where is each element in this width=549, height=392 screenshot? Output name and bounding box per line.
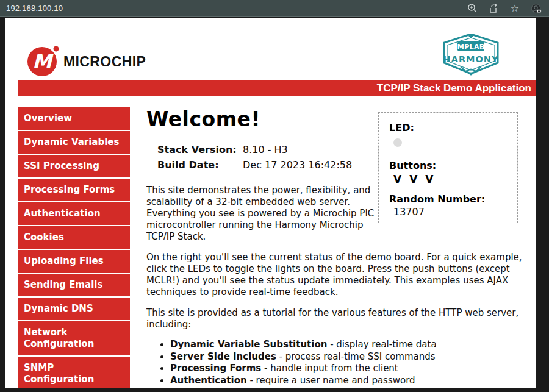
web-page: M MICROCHIP MPLAB HARMONY TCP/IP Stack D… — [5, 18, 536, 388]
sidebar-item-cookies[interactable]: Cookies — [18, 226, 130, 249]
profile-avatar-icon[interactable] — [531, 3, 542, 14]
svg-text:HARMONY: HARMONY — [443, 54, 499, 64]
banner-title: TCP/IP Stack Demo Application — [377, 82, 531, 94]
sidebar-item-dynamic-dns[interactable]: Dynamic DNS — [18, 298, 130, 320]
sidebar-item-authentication[interactable]: Authentication — [18, 202, 130, 225]
stack-info: Stack Version:8.10 - H3 Build Date:Dec 1… — [157, 142, 522, 173]
page-title: Welcome! — [146, 107, 522, 131]
sidebar-item-dynamic-variables[interactable]: Dynamic Variables — [18, 131, 130, 154]
sidebar-item-ssi-processing[interactable]: SSI Processing — [18, 155, 130, 177]
feature-term: Processing Forms — [170, 363, 261, 374]
list-item: Processing Forms - handle input from the… — [170, 363, 522, 375]
list-item: Authentication - require a user name and… — [170, 375, 522, 387]
feature-desc: - require a user name and password — [247, 375, 415, 386]
svg-text:M: M — [32, 50, 54, 73]
feature-desc: - process real-time SSI commands — [276, 351, 436, 362]
feature-term: Server Side Includes — [170, 351, 276, 362]
status-paragraph: On the right you'll see the current stat… — [146, 252, 522, 298]
sidebar-item-uploading-files[interactable]: Uploading Files — [18, 250, 130, 273]
list-item: Cookies - store session state informatio… — [170, 387, 522, 388]
stack-version-value: 8.10 - H3 — [243, 144, 288, 155]
titlebar-actions: ☆ — [467, 3, 549, 14]
share-icon[interactable] — [488, 3, 499, 14]
build-date-label: Build Date: — [157, 157, 243, 173]
sidebar-item-snmp-configuration[interactable]: SNMP Configuration — [18, 357, 130, 388]
feature-term: Dynamic Variable Substitution — [170, 339, 327, 350]
feature-desc: - display real-time data — [327, 339, 436, 350]
feature-term: Cookies — [170, 387, 210, 388]
tutorial-paragraph: This site is provided as a tutorial for … — [146, 307, 522, 330]
main-content: Welcome! Stack Version:8.10 - H3 Build D… — [146, 107, 522, 388]
mplab-harmony-logo: MPLAB HARMONY — [440, 34, 501, 82]
microchip-logo[interactable]: M MICROCHIP — [27, 43, 146, 80]
list-item: Dynamic Variable Substitution - display … — [170, 339, 522, 351]
build-date-value: Dec 17 2023 16:42:58 — [243, 159, 352, 171]
sidebar-item-processing-forms[interactable]: Processing Forms — [18, 179, 130, 201]
bookmark-star-icon[interactable]: ☆ — [509, 3, 520, 14]
feature-list: Dynamic Variable Substitution - display … — [146, 339, 522, 388]
intro-paragraph: This site demonstrates the power, flexib… — [146, 185, 383, 243]
page-banner: TCP/IP Stack Demo Application — [18, 80, 536, 96]
address-text: 192.168.100.10 — [0, 4, 63, 13]
svg-text:MPLAB: MPLAB — [458, 43, 485, 51]
info-row-stack-version: Stack Version:8.10 - H3 — [157, 142, 522, 157]
info-row-build-date: Build Date:Dec 17 2023 16:42:58 — [157, 157, 522, 173]
feature-desc: - store session state information for ri… — [210, 387, 464, 388]
stack-version-label: Stack Version: — [157, 142, 243, 157]
feature-desc: - handle input from the client — [261, 363, 398, 374]
zoom-in-icon[interactable] — [467, 3, 478, 14]
list-item: Server Side Includes - process real-time… — [170, 351, 522, 363]
sidebar-item-sending-emails[interactable]: Sending Emails — [18, 274, 130, 296]
microchip-m-icon: M — [27, 43, 60, 80]
feature-term: Authentication — [170, 375, 247, 386]
microchip-wordmark: MICROCHIP — [63, 54, 146, 70]
browser-titlebar: 192.168.100.10 ☆ — [0, 0, 549, 17]
sidebar-nav: Overview Dynamic Variables SSI Processin… — [18, 107, 130, 388]
sidebar-item-overview[interactable]: Overview — [18, 107, 130, 130]
sidebar-item-network-configuration[interactable]: Network Configuration — [18, 321, 130, 355]
